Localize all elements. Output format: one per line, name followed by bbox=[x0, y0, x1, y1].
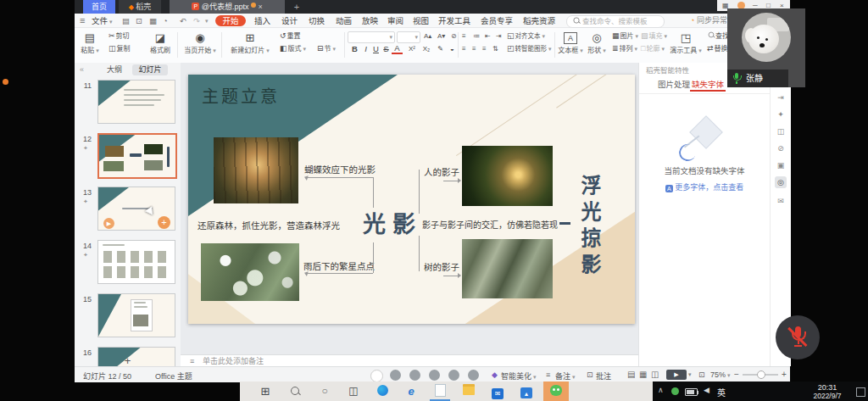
play-from-current-button[interactable]: ◉当页开始 bbox=[181, 31, 220, 54]
preview-icon[interactable]: ◔ bbox=[163, 15, 168, 26]
mic-muted-button[interactable] bbox=[776, 315, 820, 359]
to-smart-graphic-button[interactable]: ◰转智能图形 bbox=[507, 43, 552, 54]
align-text-button[interactable]: ◱对齐文本 bbox=[507, 31, 545, 42]
align-left-icon[interactable]: ≡ bbox=[462, 43, 466, 54]
menu-tab-review[interactable]: 审阅 bbox=[387, 15, 403, 26]
label-merge[interactable]: 影子与影子间的交汇，仿佛若隐若现 bbox=[422, 218, 558, 231]
qat-dropdown-icon[interactable]: ▾ bbox=[205, 15, 209, 26]
text-shadow[interactable]: 影 bbox=[392, 206, 415, 239]
speaker-icon[interactable]: ◀ bbox=[704, 386, 709, 394]
numbering-icon[interactable]: ≔ bbox=[473, 31, 480, 42]
new-slide-button[interactable]: ⊞新建幻灯片 bbox=[225, 31, 275, 54]
menu-tab-docer-res[interactable]: 稻壳资源 bbox=[523, 15, 555, 26]
clock-date[interactable]: 2022/9/7 bbox=[804, 392, 851, 400]
superscript-button[interactable]: X² bbox=[405, 43, 419, 54]
copy-button[interactable]: ◫复制 bbox=[108, 43, 131, 54]
find-button[interactable]: 查找 bbox=[707, 31, 729, 42]
document-app-icon[interactable] bbox=[431, 384, 448, 398]
bold-button[interactable]: B bbox=[349, 43, 360, 54]
comments-button[interactable]: 批注 bbox=[596, 370, 611, 382]
edge-icon[interactable] bbox=[374, 384, 391, 398]
slide-thumbnail-11[interactable] bbox=[97, 80, 175, 124]
sync-status[interactable]: ◔ 同步异常 bbox=[690, 15, 727, 26]
highlighter-icon[interactable]: ◒ bbox=[447, 43, 458, 54]
reset-button[interactable]: ↺重置 bbox=[280, 31, 301, 42]
menu-tab-start[interactable]: 开始 bbox=[215, 15, 246, 26]
undo-icon[interactable]: ↶ bbox=[180, 15, 186, 26]
cortana-icon[interactable]: ○ bbox=[316, 384, 333, 398]
thumb-add-icon[interactable]: + bbox=[158, 216, 170, 229]
save-icon[interactable]: ▤ bbox=[122, 15, 130, 26]
reading-view-icon[interactable]: ◫ bbox=[651, 370, 659, 379]
slide-12[interactable]: 主题立意 蝴蝶效应下的光影 还原森林，抓住光影，营造森林浮光 雨后下的繁星点点 … bbox=[188, 75, 635, 324]
task-view-icon[interactable]: ◫ bbox=[345, 384, 362, 398]
tab-outline[interactable]: 大纲 bbox=[107, 64, 122, 75]
tab-image-processing[interactable]: 图片处理 bbox=[658, 78, 690, 90]
label-stars[interactable]: 雨后下的繁星点点 bbox=[303, 259, 375, 272]
picture-button[interactable]: ▦图片 bbox=[612, 31, 638, 42]
zoom-in-button[interactable]: + bbox=[782, 370, 787, 379]
input-language-indicator[interactable]: 英 bbox=[717, 386, 726, 398]
hidden-icons-chevron[interactable]: ∧ bbox=[658, 386, 664, 394]
more-fonts-link[interactable]: A 更多字体，点击查看 bbox=[641, 181, 768, 192]
menu-tab-view[interactable]: 视图 bbox=[413, 15, 429, 26]
webcam-overlay[interactable]: 张静 bbox=[727, 8, 805, 87]
slide-thumbnail-12-selected[interactable] bbox=[97, 133, 177, 179]
outline-button[interactable]: □轮廓 bbox=[641, 43, 665, 54]
indent-icon[interactable]: ⇥ bbox=[496, 31, 502, 42]
label-restore[interactable]: 还原森林，抓住光影，营造森林浮光 bbox=[198, 219, 340, 231]
thumb-play-icon[interactable]: ▶ bbox=[103, 218, 114, 229]
menu-tab-transition[interactable]: 切换 bbox=[309, 15, 325, 26]
tab-document[interactable]: P @代表想.pptx × bbox=[170, 0, 285, 14]
hamburger-icon[interactable]: ≡ bbox=[80, 15, 85, 26]
line-spacing-icon[interactable]: ⇅ bbox=[492, 43, 498, 54]
redo-icon[interactable]: ↷ bbox=[193, 15, 200, 26]
menu-tab-slideshow[interactable]: 放映 bbox=[362, 15, 378, 26]
normal-view-icon[interactable]: ▤ bbox=[627, 370, 635, 379]
paste-button[interactable]: ▤粘贴 bbox=[76, 31, 103, 54]
theme-name[interactable]: Office 主题 bbox=[155, 370, 192, 382]
menu-tab-animation[interactable]: 动画 bbox=[336, 15, 352, 26]
forest-photo[interactable] bbox=[214, 137, 298, 203]
menu-tab-member[interactable]: 会员专享 bbox=[481, 15, 513, 26]
tab-docer[interactable]: ◆ 稻壳 bbox=[119, 0, 161, 14]
tree-tunnel-photo[interactable] bbox=[462, 146, 553, 206]
font-color-button[interactable]: A bbox=[392, 43, 403, 54]
text-light[interactable]: 光 bbox=[363, 206, 386, 239]
zoom-slider-knob[interactable] bbox=[757, 370, 765, 379]
taskbar-search-icon[interactable] bbox=[287, 384, 303, 398]
clock-time[interactable]: 20:31 bbox=[804, 383, 851, 392]
decrease-font-button[interactable]: A▾ bbox=[437, 31, 445, 42]
fit-window-icon[interactable]: ⊡ bbox=[698, 370, 705, 379]
print-icon[interactable]: ▦ bbox=[149, 15, 157, 26]
layout-button[interactable]: ◧版式 bbox=[280, 43, 306, 54]
font-size-select[interactable] bbox=[397, 31, 420, 43]
menu-file[interactable]: 文件 bbox=[92, 15, 113, 26]
window-icon[interactable]: ◫ bbox=[775, 125, 787, 137]
tab-home[interactable]: 首页 bbox=[83, 0, 115, 14]
notes-toggle-button[interactable]: 备注 bbox=[555, 370, 576, 382]
fill-button[interactable]: ▨填充 bbox=[641, 31, 667, 42]
collapse-sidebar-button[interactable]: « bbox=[80, 64, 84, 75]
section-button[interactable]: ⊟节 bbox=[317, 43, 336, 54]
shapes-button[interactable]: ◎形状 bbox=[585, 31, 609, 54]
font-family-select[interactable] bbox=[348, 31, 395, 43]
ie-browser-icon[interactable]: e bbox=[403, 384, 420, 398]
label-person-shadow[interactable]: 人的影子 bbox=[424, 165, 459, 178]
tab-slides[interactable]: 幻灯片 bbox=[132, 64, 168, 75]
beautify-button[interactable]: 智能美化 bbox=[501, 370, 537, 382]
attachment-icon-active[interactable]: ◎ bbox=[775, 176, 787, 188]
text-motto-vertical[interactable]: 浮光掠影 bbox=[575, 175, 604, 324]
slide-thumbnail-15[interactable] bbox=[97, 293, 175, 337]
export-icon[interactable]: ⊡ bbox=[136, 15, 142, 26]
add-slide-button[interactable]: + bbox=[75, 354, 181, 366]
align-right-icon[interactable]: ≡ bbox=[482, 43, 487, 54]
file-explorer-icon[interactable] bbox=[460, 384, 477, 398]
start-button-icon[interactable]: ⊞ bbox=[257, 384, 274, 398]
zoom-level[interactable]: 75% bbox=[710, 370, 731, 379]
close-tab-icon[interactable]: × bbox=[258, 3, 262, 11]
label-butterfly[interactable]: 蝴蝶效应下的光影 bbox=[304, 163, 376, 175]
textbox-button[interactable]: A文本框 bbox=[558, 31, 583, 54]
subscript-button[interactable]: X₂ bbox=[420, 43, 433, 54]
menu-tab-devtools[interactable]: 开发工具 bbox=[438, 15, 470, 26]
